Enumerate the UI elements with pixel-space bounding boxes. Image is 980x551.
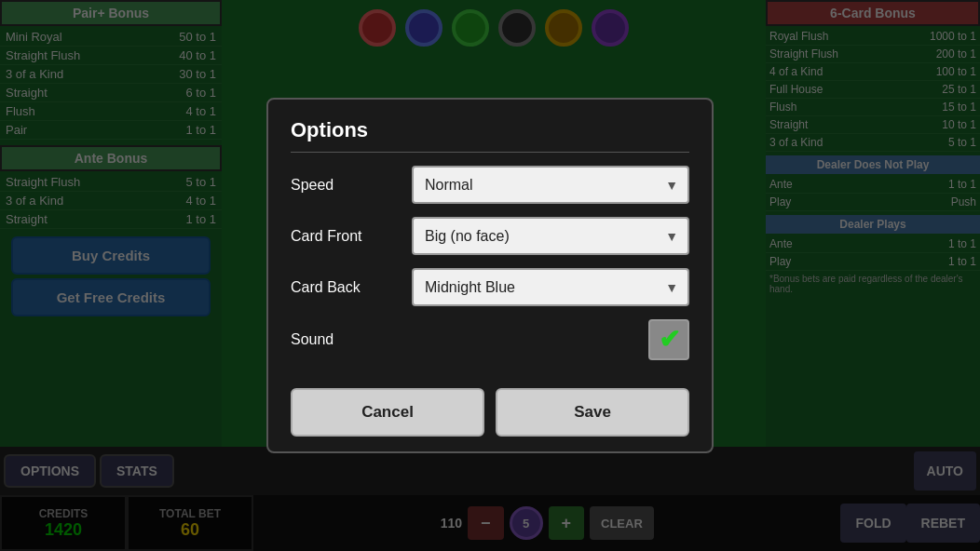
sound-row: Sound ✔ xyxy=(291,319,689,360)
checkmark-icon: ✔ xyxy=(659,327,680,353)
speed-select[interactable]: Slow Normal Fast xyxy=(412,166,689,204)
speed-row: Speed Slow Normal Fast ▼ xyxy=(291,166,689,204)
sound-label: Sound xyxy=(291,331,412,348)
card-back-label: Card Back xyxy=(291,279,412,296)
card-front-select[interactable]: Big (no face) Standard Mini xyxy=(412,217,689,255)
card-back-row: Card Back Midnight Blue Red Green ▼ xyxy=(291,268,689,306)
speed-label: Speed xyxy=(291,177,412,194)
sound-checkbox-wrapper: ✔ xyxy=(412,319,689,360)
card-back-select-wrapper: Midnight Blue Red Green ▼ xyxy=(412,268,689,306)
options-modal: Options Speed Slow Normal Fast ▼ Card Fr… xyxy=(266,98,714,453)
sound-checkbox[interactable]: ✔ xyxy=(648,319,689,360)
modal-overlay: Options Speed Slow Normal Fast ▼ Card Fr… xyxy=(0,0,980,551)
save-button[interactable]: Save xyxy=(496,388,689,437)
modal-title: Options xyxy=(291,118,689,153)
modal-buttons: Cancel Save xyxy=(291,379,689,437)
speed-select-wrapper: Slow Normal Fast ▼ xyxy=(412,166,689,204)
card-front-select-wrapper: Big (no face) Standard Mini ▼ xyxy=(412,217,689,255)
card-front-row: Card Front Big (no face) Standard Mini ▼ xyxy=(291,217,689,255)
cancel-button[interactable]: Cancel xyxy=(291,388,484,437)
card-back-select[interactable]: Midnight Blue Red Green xyxy=(412,268,689,306)
card-front-label: Card Front xyxy=(291,228,412,245)
